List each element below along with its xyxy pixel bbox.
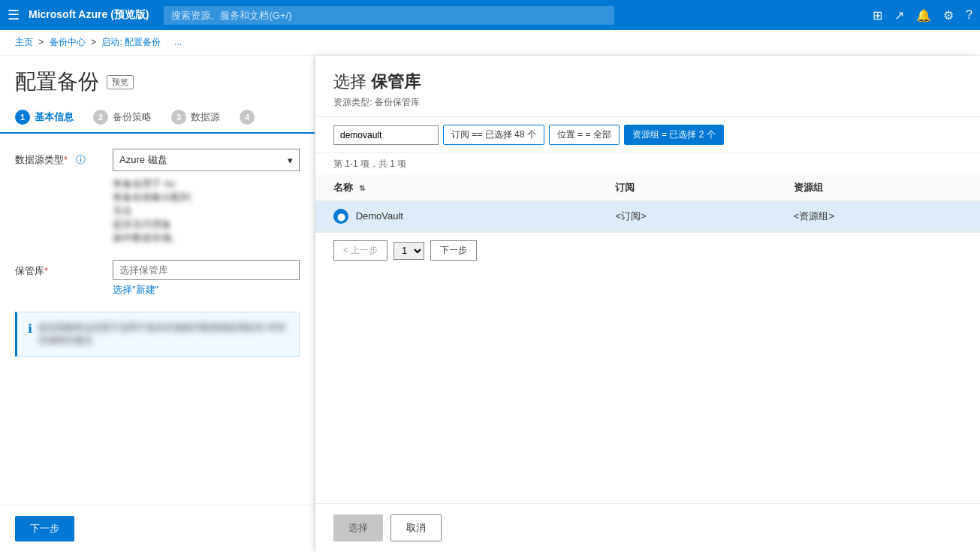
left-panel: 配置备份 预览 1 基本信息 2 备份策略 3 数据源 4 [0,56,315,552]
tab-1-label: 基本信息 [35,110,74,124]
datasource-info-icon[interactable]: ⓘ [76,154,86,165]
datasource-value: Azure 磁盘 ▾ 将备份用于 Az 将备份策略分配到 无论 提供无代理备 操… [113,149,300,245]
notification-icon[interactable]: 🔔 [916,8,931,23]
page-title: 配置备份 [15,68,99,96]
filter-bar: 订阅 == 已选择 48 个 位置 = = 全部 资源组 = 已选择 2 个 [315,117,980,153]
vault-icon: ⬤ [333,209,348,224]
left-footer: 下一步 [0,505,315,552]
info-box: ℹ 备份策略将会设置不适用于备份存储操作数据储使用标准 HDD 存储和区像充 [15,312,300,357]
portal-icon[interactable]: ⊞ [873,8,882,23]
topbar-icons: ⊞ ↗ 🔔 ⚙ ? [873,8,972,23]
prev-page-button[interactable]: < 上一步 [333,240,387,261]
step-4-num: 4 [240,110,255,125]
tab-datasource[interactable]: 3 数据源 [171,102,232,134]
page-title-area: 配置备份 预览 [0,56,315,102]
info-icon: ℹ [28,321,32,347]
datasource-label: 数据源类型* ⓘ [15,149,113,167]
modal-subtitle: 资源类型: 备份保管库 [333,96,962,109]
result-count: 第 1-1 项，共 1 项 [315,153,980,175]
filter-location[interactable]: 位置 = = 全部 [549,125,620,145]
app-title: Microsoft Azure (预览版) [29,8,149,22]
col-resource-group: 资源组 [776,175,980,201]
search-input[interactable] [164,6,614,25]
select-button[interactable]: 选择 [333,514,383,541]
vault-input[interactable] [113,260,300,280]
tab-2-label: 备份策略 [113,110,152,124]
blurred-info: 将备份用于 Az 将备份策略分配到 无论 提供无代理备 操作数据存储。 [113,177,300,245]
breadcrumb-configure[interactable]: 启动: 配置备份 [101,37,161,47]
breadcrumb: 主页 > 备份中心 > 启动: 配置备份 ... [0,30,980,56]
pagination-bar: < 上一步 1 下一步 [315,232,980,268]
info-text: 备份策略将会设置不适用于备份存储操作数据储使用标准 HDD 存储和区像充 [38,321,288,347]
vault-name-cell: ⬤ DemoVault [315,201,597,232]
cancel-button[interactable]: 取消 [390,514,442,541]
settings-icon[interactable]: ⚙ [943,8,954,23]
tab-4[interactable]: 4 [240,102,267,134]
breadcrumb-home[interactable]: 主页 [15,37,33,47]
help-icon[interactable]: ? [966,8,972,22]
left-content: 数据源类型* ⓘ Azure 磁盘 ▾ 将备份用于 Az 将备份策略分配到 无论… [0,134,315,505]
tab-3-label: 数据源 [191,110,220,124]
modal-header: 选择 保管库 资源类型: 备份保管库 [315,56,980,117]
preview-badge: 预览 [107,75,134,89]
col-subscription: 订阅 [597,175,775,201]
main-layout: 配置备份 预览 1 基本信息 2 备份策略 3 数据源 4 [0,56,980,552]
modal-panel: 选择 保管库 资源类型: 备份保管库 订阅 == 已选择 48 个 位置 = =… [315,56,980,552]
subscription-cell: <订阅> [597,201,775,232]
filter-subscription[interactable]: 订阅 == 已选择 48 个 [443,125,544,145]
vault-row: 保管库* 选择"新建" [15,260,300,297]
menu-icon[interactable]: ☰ [8,7,20,23]
next-button[interactable]: 下一步 [15,516,74,541]
modal-title: 选择 保管库 [333,71,962,93]
table-row[interactable]: ⬤ DemoVault <订阅> <资源组> [315,201,980,232]
vault-table: 名称 ⇅ 订阅 资源组 ⬤ [315,175,980,232]
datasource-dropdown[interactable]: Azure 磁盘 ▾ [113,149,300,171]
step-3-num: 3 [171,110,186,125]
step-1-num: 1 [15,110,30,125]
filter-resource-group[interactable]: 资源组 = 已选择 2 个 [624,125,724,145]
col-name[interactable]: 名称 ⇅ [315,175,597,201]
modal-title-bold: 保管库 [371,72,421,91]
step-2-num: 2 [93,110,108,125]
right-overlay: 选择 保管库 资源类型: 备份保管库 订阅 == 已选择 48 个 位置 = =… [315,56,980,552]
wizard-tabs: 1 基本信息 2 备份策略 3 数据源 4 [0,102,315,134]
dropdown-chevron: ▾ [288,155,293,166]
breadcrumb-more[interactable]: ... [174,37,182,47]
topbar: ☰ Microsoft Azure (预览版) ⊞ ↗ 🔔 ⚙ ? [0,0,980,30]
new-vault-link[interactable]: 选择"新建" [113,283,300,297]
share-icon[interactable]: ↗ [894,8,904,23]
datasource-row: 数据源类型* ⓘ Azure 磁盘 ▾ 将备份用于 Az 将备份策略分配到 无论… [15,149,300,245]
breadcrumb-backup-center[interactable]: 备份中心 [50,37,86,47]
resource-group-cell: <资源组> [776,201,980,232]
page-select[interactable]: 1 [394,242,424,260]
sort-icon: ⇅ [359,184,365,192]
vault-search-input[interactable] [333,125,439,145]
tab-basic-info[interactable]: 1 基本信息 [15,102,86,134]
vault-value: 选择"新建" [113,260,300,297]
vault-label: 保管库* [15,260,113,278]
next-page-button[interactable]: 下一步 [430,240,477,261]
modal-footer: 选择 取消 [315,503,980,552]
tab-backup-policy[interactable]: 2 备份策略 [93,102,164,134]
